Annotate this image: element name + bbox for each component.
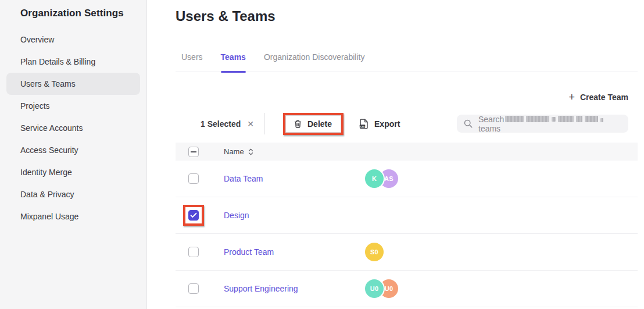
- plus-icon: +: [568, 92, 575, 102]
- sidebar-item-users-teams[interactable]: Users & Teams: [6, 73, 140, 95]
- team-link-support-engineering[interactable]: Support Engineering: [224, 284, 298, 293]
- create-team-button[interactable]: + Create Team: [568, 92, 628, 102]
- svg-text:csv: csv: [360, 125, 365, 127]
- team-link-design[interactable]: Design: [224, 211, 249, 220]
- bulk-actions-toolbar: 1 Selected ✕ Delete: [176, 112, 638, 136]
- sidebar-title: Organization Settings: [0, 0, 146, 19]
- avatar: K: [365, 169, 384, 188]
- row-checkbox-product-team[interactable]: [188, 247, 199, 257]
- selection-indicator: 1 Selected ✕: [201, 119, 254, 129]
- sidebar-item-mixpanel-usage[interactable]: Mixpanel Usage: [6, 205, 140, 228]
- sidebar-item-plan-details-billing[interactable]: Plan Details & Billing: [6, 51, 140, 73]
- select-all-checkbox[interactable]: [188, 147, 199, 157]
- teams-table: Name Data Team K AS: [176, 143, 638, 307]
- row-checkbox-design[interactable]: [188, 210, 199, 221]
- team-link-product-team[interactable]: Product Team: [224, 247, 274, 257]
- sidebar-item-access-security[interactable]: Access Security: [6, 139, 140, 161]
- table-row: Support Engineering U0 U0: [176, 271, 638, 307]
- search-placeholder: Searchteams: [478, 115, 621, 133]
- sidebar-item-service-accounts[interactable]: Service Accounts: [6, 117, 140, 139]
- delete-label: Delete: [307, 119, 332, 129]
- table-row: Design: [176, 197, 638, 234]
- table-row: Data Team K AS: [176, 161, 638, 197]
- member-avatars: U0 U0: [365, 279, 398, 298]
- sidebar: Organization Settings Overview Plan Deta…: [0, 0, 147, 309]
- annotation-box-delete: Delete: [283, 113, 344, 135]
- selected-count-label: 1 Selected: [201, 119, 241, 129]
- sidebar-item-overview[interactable]: Overview: [6, 29, 140, 51]
- search-input[interactable]: Searchteams: [457, 115, 628, 133]
- tab-bar: Users Teams Organization Discoverability: [176, 52, 638, 72]
- avatar: S0: [365, 243, 384, 261]
- main-content: Users & Teams Users Teams Organization D…: [147, 0, 644, 309]
- export-label: Export: [374, 119, 400, 129]
- tab-users[interactable]: Users: [181, 52, 203, 72]
- sidebar-item-projects[interactable]: Projects: [6, 95, 140, 117]
- create-team-label: Create Team: [580, 93, 628, 102]
- tab-teams[interactable]: Teams: [221, 52, 246, 72]
- tab-organization-discoverability[interactable]: Organization Discoverability: [264, 52, 365, 72]
- avatar: U0: [365, 279, 384, 298]
- team-link-data-team[interactable]: Data Team: [224, 174, 263, 183]
- table-row: Product Team S0: [176, 234, 638, 271]
- table-header-row: Name: [176, 143, 638, 161]
- search-icon: [464, 119, 473, 128]
- annotation-box-checkbox: [183, 205, 204, 226]
- clear-selection-icon[interactable]: ✕: [247, 119, 254, 129]
- delete-button[interactable]: Delete: [285, 115, 341, 133]
- export-button[interactable]: csv Export: [359, 119, 400, 129]
- sidebar-item-identity-merge[interactable]: Identity Merge: [6, 161, 140, 183]
- sidebar-item-data-privacy[interactable]: Data & Privacy: [6, 183, 140, 205]
- member-avatars: S0: [365, 243, 384, 261]
- row-checkbox-support-engineering[interactable]: [188, 283, 199, 294]
- redacted-text: [505, 116, 603, 122]
- trash-icon: [294, 119, 302, 129]
- name-column-header: Name: [224, 147, 244, 156]
- sidebar-nav: Overview Plan Details & Billing Users & …: [0, 29, 146, 228]
- row-checkbox-data-team[interactable]: [188, 173, 199, 184]
- create-team-row: + Create Team: [176, 92, 638, 102]
- checkmark-icon: [190, 212, 197, 218]
- member-avatars: K AS: [365, 169, 398, 188]
- sort-icon[interactable]: [248, 148, 253, 155]
- page-title: Users & Teams: [176, 8, 638, 24]
- toolbar-divider: [264, 113, 265, 134]
- csv-file-icon: csv: [359, 119, 369, 129]
